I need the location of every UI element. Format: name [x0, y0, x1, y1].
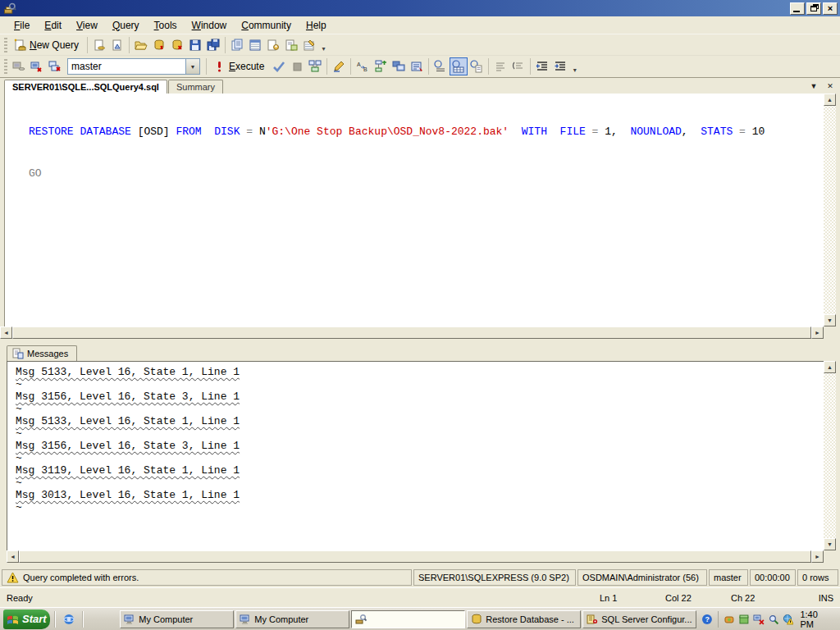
menu-help[interactable]: Help — [299, 17, 334, 34]
toolbar-overflow-button[interactable]: ▾ — [569, 57, 580, 75]
editor-vertical-scrollbar[interactable]: ▲ ▼ — [824, 94, 836, 326]
package-icon[interactable] — [738, 614, 750, 625]
uncomment-lines-icon — [512, 60, 525, 73]
open-file-button[interactable] — [132, 36, 150, 54]
message-detail: ~ — [16, 501, 824, 514]
scroll-right-icon[interactable]: ► — [811, 326, 824, 339]
template-explorer-button[interactable] — [282, 36, 300, 54]
menubar: File Edit View Query Tools Window Commun… — [0, 16, 840, 34]
taskbar-button-management-studio[interactable] — [351, 610, 465, 628]
actual-plan-icon — [374, 60, 387, 73]
query-options-icon — [410, 60, 423, 73]
increase-indent-button[interactable] — [551, 57, 569, 75]
taskbar-button-my-computer-2[interactable]: My Computer — [235, 610, 349, 628]
menu-query[interactable]: Query — [105, 17, 147, 34]
disconnect-database-icon — [171, 39, 184, 52]
connect-object-explorer-button[interactable] — [150, 36, 168, 54]
scroll-left-icon[interactable]: ◄ — [0, 326, 12, 339]
close-tab-icon[interactable]: ✕ — [824, 80, 837, 92]
results-to-text-icon — [434, 60, 447, 73]
help-icon[interactable]: ? — [701, 614, 713, 625]
disconnect-button[interactable] — [28, 57, 46, 75]
app-status-text: Ready — [7, 593, 33, 603]
display-estimated-plan-button[interactable] — [306, 57, 324, 75]
sql-tool-icon[interactable] — [768, 614, 779, 625]
scroll-up-icon[interactable]: ▲ — [824, 94, 836, 106]
close-button[interactable]: × — [823, 2, 838, 15]
tab-list-chevron-icon[interactable]: ▼ — [807, 80, 820, 92]
network-disconnected-icon[interactable] — [753, 614, 765, 625]
comment-selection-button[interactable] — [491, 57, 509, 75]
connect-icon — [12, 60, 25, 73]
taskbar-button-my-computer-1[interactable]: My Computer — [120, 610, 234, 628]
start-button[interactable]: Start — [3, 609, 50, 629]
titlebar: × — [0, 0, 840, 16]
results-to-text-button[interactable] — [431, 57, 450, 75]
available-databases-dropdown[interactable]: master ▼ — [67, 58, 200, 75]
properties-window-button[interactable] — [300, 36, 318, 54]
uncomment-selection-button[interactable] — [509, 57, 527, 75]
taskbar-button-restore-database[interactable]: Restore Database - ... — [467, 610, 581, 628]
minimize-button[interactable] — [790, 2, 805, 15]
taskbar-button-sql-config[interactable]: SQL Server Configur... — [582, 610, 696, 628]
specify-template-values-button[interactable]: A B — [354, 57, 372, 75]
toolbar-overflow-button[interactable]: ▾ — [318, 36, 329, 54]
management-studio-window: × File Edit View Query Tools Window Comm… — [0, 0, 840, 630]
toolbar-grip[interactable] — [4, 38, 7, 52]
query-options-button[interactable] — [408, 57, 426, 75]
template-explorer-icon — [285, 39, 298, 52]
menu-edit[interactable]: Edit — [37, 17, 69, 34]
scrollbar-thumb[interactable] — [19, 550, 811, 563]
results-to-grid-button[interactable] — [450, 57, 468, 75]
media-icon[interactable] — [724, 614, 735, 625]
results-to-file-button[interactable] — [468, 57, 486, 75]
scrollbar-thumb[interactable] — [12, 326, 811, 339]
object-explorer-button[interactable] — [264, 36, 282, 54]
change-connection-button[interactable] — [46, 57, 64, 75]
tab-sqlquery4[interactable]: SERVER01\SQLE...SQLQuery4.sql — [4, 80, 167, 94]
line-indicator: Ln 1 — [600, 593, 665, 603]
tab-summary[interactable]: Summary — [168, 80, 223, 94]
quick-launch — [58, 614, 80, 625]
new-analysis-query-button[interactable] — [108, 36, 126, 54]
menu-window[interactable]: Window — [185, 17, 235, 34]
include-actual-plan-button[interactable] — [372, 57, 390, 75]
scroll-up-icon[interactable]: ▲ — [824, 361, 836, 373]
database-icon — [471, 614, 482, 625]
internet-explorer-icon[interactable] — [63, 614, 75, 625]
sql-editor[interactable]: RESTORE DATABASE [OSD] FROM DISK = N'G:\… — [4, 94, 824, 326]
scroll-left-icon[interactable]: ◄ — [7, 550, 19, 563]
menu-view[interactable]: View — [69, 17, 105, 34]
menu-file[interactable]: File — [7, 17, 37, 34]
chevron-down-icon[interactable]: ▼ — [185, 59, 199, 74]
parse-button[interactable] — [270, 57, 288, 75]
menu-community[interactable]: Community — [234, 17, 299, 34]
toolbar-grip[interactable] — [4, 59, 7, 74]
save-button[interactable] — [186, 36, 204, 54]
decrease-indent-button[interactable] — [533, 57, 551, 75]
disconnect-object-explorer-button[interactable] — [168, 36, 186, 54]
new-query-button[interactable]: New Query — [10, 36, 84, 54]
design-query-button[interactable] — [330, 57, 348, 75]
scroll-right-icon[interactable]: ► — [811, 550, 824, 563]
messages-pane[interactable]: Msg 5133, Level 16, State 1, Line 1 ~ Ms… — [7, 361, 824, 550]
scroll-down-icon[interactable]: ▼ — [824, 538, 836, 550]
network-warning-icon[interactable] — [783, 614, 794, 625]
registered-servers-button[interactable] — [228, 36, 246, 54]
scroll-down-icon[interactable]: ▼ — [824, 314, 836, 326]
summary-page-button[interactable] — [246, 36, 264, 54]
restore-button[interactable] — [806, 2, 821, 15]
execute-button[interactable]: Execute — [209, 57, 270, 75]
include-client-statistics-button[interactable] — [390, 57, 408, 75]
messages-vertical-scrollbar[interactable]: ▲ ▼ — [824, 361, 836, 550]
query-statusbar: Query completed with errors. SERVER01\SQ… — [0, 568, 840, 587]
messages-horizontal-scrollbar[interactable]: ◄ ► — [7, 550, 824, 563]
results-tabstrip: Messages — [7, 345, 836, 361]
connect-button[interactable] — [10, 57, 28, 75]
new-database-engine-query-button[interactable] — [90, 36, 108, 54]
save-all-button[interactable] — [204, 36, 222, 54]
cancel-query-button[interactable] — [288, 57, 306, 75]
editor-horizontal-scrollbar[interactable]: ◄ ► — [0, 326, 824, 339]
menu-tools[interactable]: Tools — [147, 17, 185, 34]
tab-messages[interactable]: Messages — [7, 345, 77, 361]
